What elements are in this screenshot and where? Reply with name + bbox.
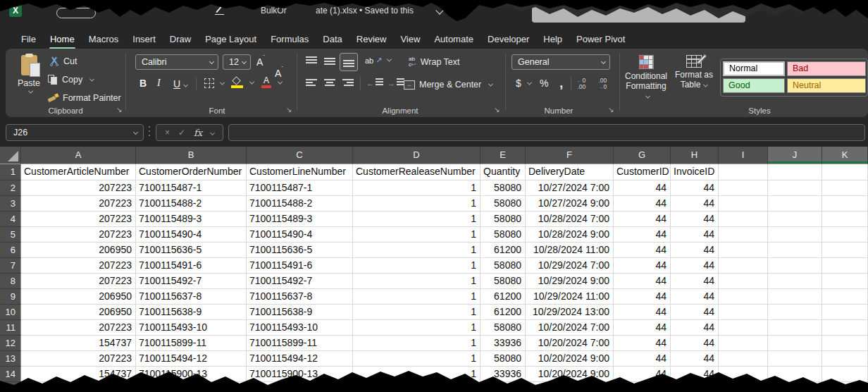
cell[interactable] <box>768 196 822 212</box>
cell[interactable]: 44 <box>671 258 719 274</box>
cell[interactable]: 10/20/2024 9:00 <box>526 351 614 367</box>
cell[interactable] <box>719 243 768 258</box>
cell[interactable]: 58080 <box>480 212 526 227</box>
cell[interactable] <box>719 227 768 243</box>
cell[interactable]: 10/28/2024 7:00 <box>526 212 614 227</box>
cell[interactable] <box>768 351 822 367</box>
cell[interactable]: 207223 <box>21 274 136 289</box>
cell[interactable] <box>614 382 671 392</box>
cell[interactable]: 1 <box>353 227 480 243</box>
cell[interactable] <box>822 212 868 227</box>
percent-style-button[interactable]: % <box>540 78 548 89</box>
underline-button[interactable]: U <box>173 78 187 90</box>
tab-insert[interactable]: Insert <box>125 30 163 48</box>
cell[interactable] <box>822 227 868 243</box>
cell[interactable]: 58080 <box>480 320 526 336</box>
cell[interactable] <box>768 243 822 258</box>
cell[interactable]: 58080 <box>480 227 526 243</box>
tab-review[interactable]: Review <box>349 30 394 48</box>
bottom-align-button[interactable] <box>340 53 358 71</box>
cell[interactable]: 44 <box>614 336 671 351</box>
cell[interactable] <box>353 382 480 392</box>
font-dialog-launcher-icon[interactable]: ↘ <box>286 106 292 114</box>
cell[interactable] <box>768 180 822 196</box>
cell[interactable] <box>822 320 868 336</box>
row-header[interactable]: 10 <box>0 305 21 320</box>
cell[interactable]: 1 <box>353 305 480 320</box>
wrap-text-button[interactable]: abc↩ Wrap Text <box>409 56 460 68</box>
cell[interactable] <box>822 196 868 212</box>
cell[interactable]: CustomerOrderNumber <box>136 164 247 180</box>
cell[interactable] <box>526 382 614 392</box>
cell[interactable]: 33936 <box>480 367 526 382</box>
tab-draw[interactable]: Draw <box>163 30 198 48</box>
cell[interactable] <box>719 305 768 320</box>
cell[interactable]: 207223 <box>21 196 136 212</box>
cell[interactable] <box>822 243 868 258</box>
cell[interactable]: 61200 <box>480 289 526 305</box>
tab-page-layout[interactable]: Page Layout <box>198 30 264 48</box>
cell[interactable]: 7100115493-10 <box>247 320 353 336</box>
cell[interactable]: 1 <box>353 351 480 367</box>
cell[interactable] <box>768 258 822 274</box>
row-header[interactable]: 12 <box>0 336 21 351</box>
cell[interactable]: 44 <box>671 336 719 351</box>
cell[interactable]: 44 <box>614 274 671 289</box>
cell[interactable]: 44 <box>671 274 719 289</box>
row-header[interactable]: 5 <box>0 227 21 243</box>
tab-view[interactable]: View <box>393 30 427 48</box>
cell[interactable]: 44 <box>671 196 719 212</box>
cell[interactable]: 1 <box>353 212 480 227</box>
cell[interactable] <box>822 336 868 351</box>
cell[interactable] <box>719 164 768 180</box>
align-right-button[interactable] <box>342 79 354 89</box>
cell[interactable] <box>768 227 822 243</box>
increase-indent-button[interactable]: → <box>388 78 404 88</box>
tab-macros[interactable]: Macros <box>82 30 126 48</box>
cell[interactable]: 7100115490-4 <box>136 227 247 243</box>
cell[interactable] <box>822 289 868 305</box>
cell[interactable]: 44 <box>614 180 671 196</box>
row-header[interactable]: 4 <box>0 212 21 227</box>
font-name-combobox[interactable]: Calibri <box>135 54 218 70</box>
cell[interactable]: 1 <box>353 180 480 196</box>
cell[interactable]: 207223 <box>21 180 136 196</box>
cell[interactable]: 44 <box>614 320 671 336</box>
cell[interactable]: 44 <box>671 212 719 227</box>
tab-power-pivot[interactable]: Power Pivot <box>569 30 632 48</box>
cell[interactable]: 206950 <box>21 289 136 305</box>
alignment-dialog-launcher-icon[interactable]: ↘ <box>494 106 500 114</box>
cell[interactable] <box>768 164 822 180</box>
column-header-J[interactable]: J <box>768 147 822 164</box>
cell[interactable]: 10/29/2024 13:00 <box>526 305 614 320</box>
conditional-formatting-button[interactable]: Conditional Formatting <box>623 55 669 101</box>
cell[interactable] <box>768 274 822 289</box>
formula-input[interactable] <box>228 124 865 141</box>
cell[interactable] <box>822 274 868 289</box>
italic-button[interactable]: I <box>157 78 161 89</box>
cell[interactable]: 1 <box>353 258 480 274</box>
cell[interactable]: 1 <box>353 336 480 351</box>
column-header-F[interactable]: F <box>526 147 614 164</box>
row-header[interactable]: 9 <box>0 289 21 305</box>
cell[interactable]: 7100115899-11 <box>247 336 353 351</box>
borders-button[interactable] <box>204 78 224 88</box>
font-size-combobox[interactable]: 12 <box>223 54 251 70</box>
cell[interactable]: 7100115488-2 <box>247 196 353 212</box>
cell[interactable]: 44 <box>614 367 671 382</box>
cell[interactable] <box>768 289 822 305</box>
cell[interactable]: 7100115637-8 <box>136 289 247 305</box>
cell[interactable]: 44 <box>671 227 719 243</box>
cell[interactable]: 10/28/2024 11:00 <box>526 243 614 258</box>
cell[interactable]: 7100115900-13 <box>136 367 247 382</box>
column-header-A[interactable]: A <box>21 147 136 164</box>
excel-logo-icon[interactable]: X <box>9 4 22 17</box>
clipboard-dialog-launcher-icon[interactable]: ↘ <box>116 106 122 114</box>
decrease-decimal-button[interactable]: .00→0 <box>597 78 607 90</box>
cell[interactable]: 44 <box>614 243 671 258</box>
cell[interactable]: 207223 <box>21 212 136 227</box>
cell[interactable] <box>136 382 247 392</box>
cell[interactable]: 61200 <box>480 243 526 258</box>
cell[interactable]: 58080 <box>480 351 526 367</box>
cell[interactable]: 7100115899-11 <box>136 336 247 351</box>
